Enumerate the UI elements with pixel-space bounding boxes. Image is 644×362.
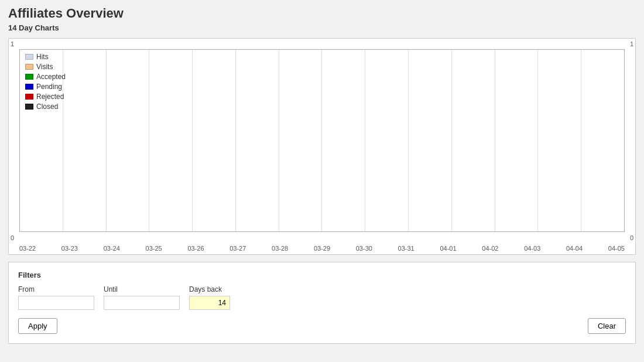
x-axis-label: 03-30 [356, 245, 372, 252]
from-label: From [18, 285, 94, 293]
legend-color-swatch [25, 54, 33, 60]
days-back-label: Days back [189, 285, 230, 293]
legend-item: Pending [25, 83, 66, 91]
grid-line [452, 50, 495, 231]
until-label: Until [104, 285, 180, 293]
x-axis-label: 03-26 [187, 245, 204, 252]
grid-line [149, 50, 193, 231]
x-axis-label: 03-31 [398, 245, 415, 252]
y-axis-top-right: 1 [630, 40, 633, 47]
x-axis-label: 04-05 [608, 245, 625, 252]
grid-line [279, 50, 323, 231]
legend-item: Rejected [25, 93, 66, 101]
filters-row: From Until Days back [18, 285, 626, 310]
page-title: Affiliates Overview [8, 6, 636, 21]
filters-actions: Apply Clear [18, 318, 626, 334]
filters-section: Filters From Until Days back Apply Clear [8, 262, 636, 344]
legend-color-swatch [25, 94, 33, 100]
legend-label: Rejected [36, 93, 64, 101]
legend-color-swatch [25, 84, 33, 90]
x-axis-label: 04-01 [440, 245, 456, 252]
grid-line [193, 50, 236, 231]
page-subtitle: 14 Day Charts [8, 23, 636, 32]
legend-color-swatch [25, 64, 33, 70]
until-input[interactable] [104, 296, 180, 310]
from-group: From [18, 285, 94, 310]
x-axis-label: 03-24 [104, 245, 120, 252]
x-axis-label: 03-22 [19, 245, 36, 252]
y-axis-top-left: 1 [11, 40, 14, 47]
legend-label: Closed [36, 103, 58, 111]
legend-color-swatch [25, 104, 33, 110]
x-axis-label: 03-27 [229, 245, 246, 252]
legend-item: Closed [25, 103, 66, 111]
x-axis-label: 03-23 [61, 245, 78, 252]
grid-line [409, 50, 452, 231]
days-back-group: Days back [189, 285, 230, 310]
grid-line [538, 50, 581, 231]
grid-line [63, 50, 107, 231]
legend-item: Accepted [25, 73, 66, 81]
chart-grid-lines [20, 50, 624, 231]
y-axis-bottom-left: 0 [11, 234, 14, 241]
grid-line [322, 50, 365, 231]
apply-button[interactable]: Apply [18, 318, 57, 334]
x-axis-label: 03-29 [314, 245, 330, 252]
filters-title: Filters [18, 271, 626, 279]
days-back-input[interactable] [189, 296, 230, 310]
x-axis-labels: 03-2203-2303-2403-2503-2603-2703-2803-29… [19, 245, 625, 252]
until-group: Until [104, 285, 180, 310]
x-axis-label: 04-04 [566, 245, 583, 252]
y-axis-bottom-right: 0 [630, 234, 633, 241]
x-axis-label: 03-25 [146, 245, 162, 252]
legend-label: Pending [36, 83, 62, 91]
grid-line [236, 50, 279, 231]
grid-line [495, 50, 539, 231]
x-axis-label: 03-28 [272, 245, 288, 252]
x-axis-label: 04-03 [524, 245, 540, 252]
grid-line [365, 50, 409, 231]
legend-label: Accepted [36, 73, 66, 81]
chart-grid [19, 49, 625, 232]
grid-line [107, 50, 150, 231]
legend-item: Hits [25, 53, 66, 61]
legend-label: Visits [36, 63, 53, 71]
legend-item: Visits [25, 63, 66, 71]
grid-line [581, 50, 624, 231]
clear-button[interactable]: Clear [588, 318, 626, 334]
x-axis-label: 04-02 [482, 245, 498, 252]
legend-color-swatch [25, 74, 33, 80]
legend-label: Hits [36, 53, 49, 61]
chart-container: 1 1 [8, 38, 636, 255]
from-input[interactable] [18, 296, 94, 310]
chart-legend: HitsVisitsAcceptedPendingRejectedClosed [25, 53, 66, 111]
